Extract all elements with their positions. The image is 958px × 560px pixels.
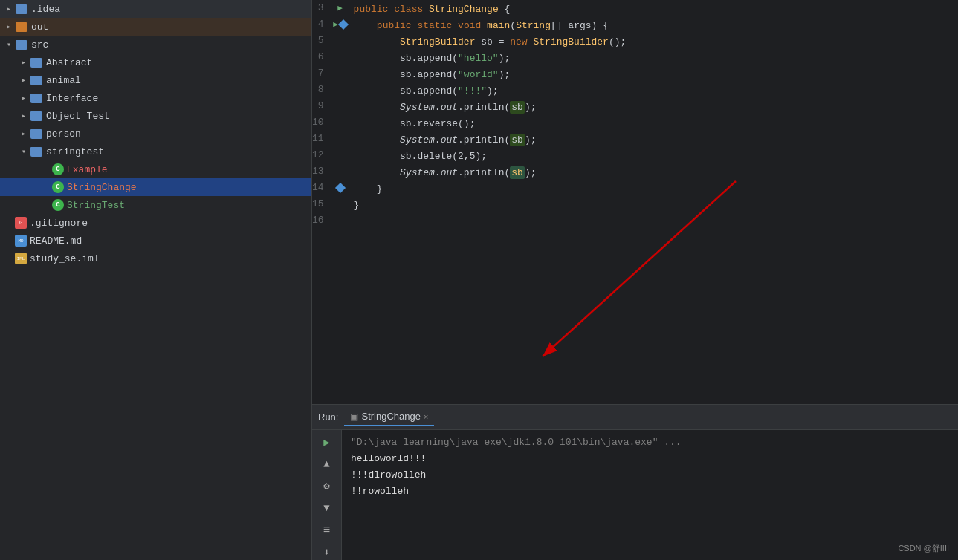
tree-item-stringtest-file[interactable]: C StringTest xyxy=(0,196,311,214)
run-icon-3: ▶ xyxy=(337,0,343,16)
code-line-14: } xyxy=(354,181,958,198)
label-abstract: Abstract xyxy=(46,57,92,68)
label-gitignore: .gitignore xyxy=(30,218,88,229)
file-tree[interactable]: .idea out src Abstract animal xyxy=(0,0,312,560)
tree-item-person[interactable]: person xyxy=(0,125,311,143)
breakpoint-4 xyxy=(338,19,349,30)
run-icon-4: ▶ xyxy=(333,16,338,33)
arrow-object-test xyxy=(18,111,30,120)
breakpoint-14 xyxy=(335,183,346,193)
line-numbers: 3 4 5 6 7 8 9 10 11 12 13 14 15 16 xyxy=(312,0,330,404)
output-line-0: "D:\java learning\java exe\jdk1.8.0_101\… xyxy=(351,434,949,451)
run-tab-close[interactable]: × xyxy=(424,412,428,421)
code-line-16 xyxy=(354,214,958,230)
code-line-13: System.out.println(sb); xyxy=(354,165,958,181)
label-stringtest: stringtest xyxy=(46,146,104,157)
code-lines[interactable]: public class StringChange { public stati… xyxy=(351,0,958,404)
label-src: src xyxy=(31,39,48,51)
label-stringtest-file: StringTest xyxy=(67,200,125,211)
folder-icon-src xyxy=(15,39,28,50)
code-line-5: StringBuilder sb = new StringBuilder(); xyxy=(354,34,958,51)
code-line-4: public static void main(String[] args) { xyxy=(354,18,958,34)
label-example: Example xyxy=(67,164,108,175)
run-label: Run: xyxy=(318,411,338,423)
editor-gutter: ▶ ▶ xyxy=(330,0,351,404)
label-animal: animal xyxy=(46,75,81,86)
run-body: ▶ ▲ ⚙ ▼ ≡ ⬇ "D:\java learning\java exe\j… xyxy=(312,430,958,560)
java-icon-stringchange: C xyxy=(52,181,64,193)
run-toolbar: ▶ ▲ ⚙ ▼ ≡ ⬇ xyxy=(312,430,342,560)
code-line-11: System.out.println(sb); xyxy=(354,132,958,149)
folder-icon-out xyxy=(15,22,28,32)
run-output: "D:\java learning\java exe\jdk1.8.0_101\… xyxy=(342,430,958,560)
label-out: out xyxy=(31,22,48,33)
label-readme: README.md xyxy=(30,235,82,247)
run-pin-button[interactable]: ⬇ xyxy=(318,544,336,561)
label-object-test: Object_Test xyxy=(46,111,110,122)
tree-item-stringtest[interactable]: stringtest xyxy=(0,143,311,160)
tree-item-out[interactable]: out xyxy=(0,18,311,36)
folder-icon-abstract xyxy=(30,57,43,68)
run-down-button[interactable]: ▼ xyxy=(318,501,336,517)
code-line-8: sb.append("!!!"); xyxy=(354,83,958,100)
tree-item-iml[interactable]: IML study_se.iml xyxy=(0,250,311,267)
run-wrap-button[interactable]: ≡ xyxy=(318,522,336,538)
arrow-interface xyxy=(18,94,30,102)
arrow-src xyxy=(3,40,15,49)
tree-item-src[interactable]: src xyxy=(0,36,311,53)
code-line-15: } xyxy=(354,198,958,214)
md-icon: MD xyxy=(15,235,27,247)
run-tab[interactable]: ▣ StringChange × xyxy=(344,408,434,426)
java-icon-example: C xyxy=(52,163,64,175)
code-line-6: sb.append("hello"); xyxy=(354,51,958,67)
watermark: CSDN @舒IIII xyxy=(898,543,949,554)
output-line-1: helloworld!!! xyxy=(351,451,949,467)
editor-area: 3 4 5 6 7 8 9 10 11 12 13 14 15 16 ▶ ▶ xyxy=(312,0,958,560)
folder-icon-interface xyxy=(30,93,43,103)
java-icon-stringtest: C xyxy=(52,199,64,211)
tree-item-animal[interactable]: animal xyxy=(0,71,311,89)
code-line-9: System.out.println(sb); xyxy=(354,100,958,116)
folder-icon-person xyxy=(30,128,43,139)
run-panel: Run: ▣ StringChange × ▶ ▲ ⚙ ▼ ≡ ⬇ xyxy=(312,404,958,560)
code-line-7: sb.append("world"); xyxy=(354,67,958,83)
arrow-animal xyxy=(18,76,30,85)
tree-item-example[interactable]: C Example xyxy=(0,160,311,178)
output-line-3: !!rowolleh xyxy=(351,484,949,500)
code-editor[interactable]: 3 4 5 6 7 8 9 10 11 12 13 14 15 16 ▶ ▶ xyxy=(312,0,958,404)
code-line-10: sb.reverse(); xyxy=(354,116,958,132)
arrow-abstract xyxy=(18,58,30,67)
arrow-idea xyxy=(3,4,15,13)
label-interface: Interface xyxy=(46,93,98,104)
folder-icon-stringtest xyxy=(30,146,43,157)
folder-icon-idea xyxy=(15,4,28,14)
code-line-12: sb.delete(2,5); xyxy=(354,149,958,165)
run-header: Run: ▣ StringChange × xyxy=(312,405,958,430)
run-play-button[interactable]: ▶ xyxy=(318,434,336,451)
run-settings-button[interactable]: ⚙ xyxy=(318,478,336,495)
arrow-stringtest xyxy=(18,147,30,156)
label-iml: study_se.iml xyxy=(30,253,100,264)
run-tab-icon: ▣ xyxy=(350,411,358,422)
tree-item-object-test[interactable]: Object_Test xyxy=(0,107,311,125)
arrow-person xyxy=(18,129,30,138)
label-person: person xyxy=(46,128,81,140)
tree-item-abstract[interactable]: Abstract xyxy=(0,53,311,71)
tree-item-interface[interactable]: Interface xyxy=(0,89,311,107)
label-idea: .idea xyxy=(31,4,60,15)
tree-item-gitignore[interactable]: G .gitignore xyxy=(0,214,311,232)
code-line-3: public class StringChange { xyxy=(354,1,958,18)
output-line-2: !!!dlrowolleh xyxy=(351,467,949,484)
arrow-out xyxy=(3,22,15,31)
label-stringchange: StringChange xyxy=(67,182,137,193)
run-up-button[interactable]: ▲ xyxy=(318,457,336,473)
tree-item-stringchange[interactable]: C StringChange xyxy=(0,178,311,196)
gitignore-icon: G xyxy=(15,217,27,229)
folder-icon-animal xyxy=(30,75,43,85)
iml-icon: IML xyxy=(15,253,27,264)
folder-icon-object-test xyxy=(30,111,43,121)
tree-item-idea[interactable]: .idea xyxy=(0,0,311,18)
run-tab-name: StringChange xyxy=(361,411,421,422)
tree-item-readme[interactable]: MD README.md xyxy=(0,232,311,250)
